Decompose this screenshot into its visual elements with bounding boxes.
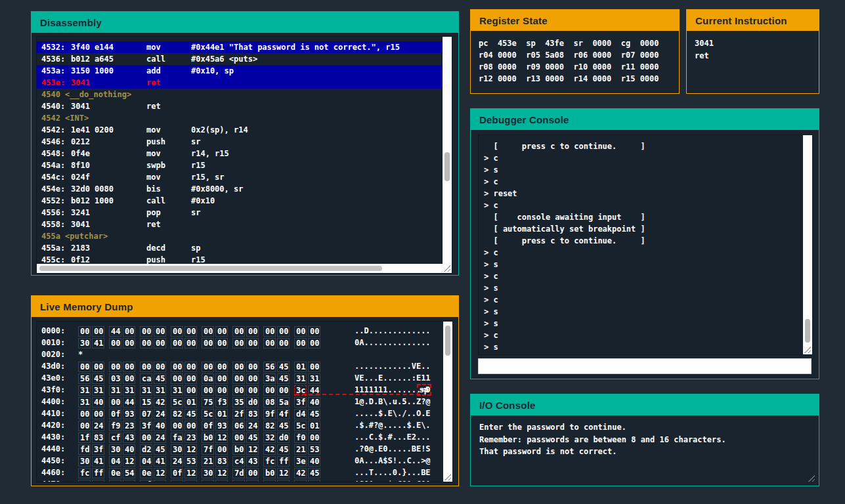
disassembly-horizontal-scrollbar[interactable] — [37, 264, 443, 273]
memory-byte: 01 — [308, 421, 320, 431]
memory-byte: 45 — [246, 432, 259, 443]
memory-vertical-scrollbar[interactable] — [443, 322, 452, 482]
memory-address: 4460: — [41, 467, 78, 478]
memory-byte: fc — [263, 456, 276, 467]
memory-byte: d2 — [140, 444, 152, 455]
resize-grip-icon[interactable] — [443, 472, 452, 482]
resize-grip-icon[interactable] — [807, 474, 816, 483]
memory-byte: 3e — [294, 456, 307, 467]
disassembly-mnem: add — [146, 65, 191, 77]
disassembly-addr: 4552: — [41, 195, 71, 207]
memory-byte: 01 — [294, 362, 307, 372]
disassembly-bytes: 3f40 e144 — [71, 41, 146, 53]
memory-byte: 00 — [232, 326, 245, 337]
memory-byte: 82 — [171, 409, 183, 419]
disassembly-row[interactable]: 4540:3041ret — [37, 100, 443, 112]
memory-ascii: !S0A...$.C0A.C0A — [355, 480, 431, 482]
scrollbar-thumb[interactable] — [805, 319, 810, 343]
memory-byte: 01 — [215, 409, 228, 419]
memory-byte: 00 — [171, 421, 183, 431]
disassembly-mnem: ret — [146, 219, 191, 230]
memory-byte: 31 — [78, 385, 91, 396]
memory-byte: 42 — [263, 444, 276, 455]
disassembly-row[interactable]: 454c:024fmovr15, sr — [37, 171, 443, 183]
disassembly-bytes: 3041 — [71, 100, 146, 112]
memory-byte: 00 — [215, 373, 228, 384]
debugger-vertical-scrollbar[interactable] — [803, 135, 812, 354]
disassembly-bytes: 1e41 0200 — [71, 124, 146, 136]
debugger-console-input[interactable] — [478, 358, 812, 374]
memory-byte: 40 — [92, 397, 104, 408]
io-console-text: Enter the password to continue. Remember… — [471, 415, 819, 458]
memory-byte: 00 — [246, 468, 259, 478]
memory-byte: 31 — [92, 385, 104, 396]
disassembly-row[interactable]: 4542:1e41 0200mov0x2(sp), r14 — [37, 124, 443, 136]
memory-byte: 00 — [140, 326, 152, 337]
disassembly-row[interactable]: 454e:32d0 0080bis#0x8000, sr — [37, 183, 443, 195]
memory-byte: d4 — [294, 409, 307, 419]
memory-byte: 00 — [123, 338, 135, 348]
memory-byte: f3 — [215, 397, 228, 408]
disassembly-addr: 4558: — [41, 219, 71, 230]
memory-byte: 00 — [171, 338, 183, 348]
memory-byte: 00 — [109, 362, 121, 372]
memory-row: 4410:00000f93072482455c012f839f4fd445...… — [37, 408, 443, 419]
memory-byte: 41 — [154, 456, 166, 467]
disassembly-row[interactable]: 455a:2183decdsp — [37, 242, 443, 254]
memory-byte: 5c — [294, 421, 307, 431]
scrollbar-thumb[interactable] — [39, 266, 382, 271]
memory-byte: 32 — [263, 432, 276, 443]
memory-byte: 1f — [140, 480, 152, 482]
memory-byte: 30 — [78, 456, 91, 467]
disassembly-label: 4540 <__do_nothing> — [37, 89, 443, 100]
disassembly-row[interactable]: 4536:b012 a645call#0x45a6 <puts> — [37, 53, 443, 65]
resize-grip-icon[interactable] — [443, 264, 452, 273]
memory-byte: 43 — [215, 480, 228, 482]
scrollbar-thumb[interactable] — [445, 326, 450, 356]
memory-byte: 00 — [171, 362, 183, 372]
memory-byte: 43 — [123, 432, 135, 443]
memory-repeat-marker: * — [78, 350, 83, 359]
disassembly-rows: 4532:3f40 e144mov#0x44e1 "That password … — [37, 37, 443, 264]
memory-byte: 43 — [246, 456, 259, 467]
disassembly-row[interactable]: 454a:8f10swpbr15 — [37, 159, 443, 171]
disassembly-row[interactable]: 4548:0f4emovr14, r15 — [37, 148, 443, 159]
memory-byte: 00 — [184, 326, 197, 337]
memory-byte: 31 — [154, 385, 166, 396]
memory-row: 0020:* — [37, 348, 443, 360]
disassembly-ops: sr — [191, 208, 200, 217]
memory-ascii: 0A.............. — [355, 338, 431, 347]
memory-byte: 00 — [277, 338, 290, 348]
memory-byte: 0e — [202, 480, 214, 482]
memory-byte: 41 — [92, 456, 104, 467]
disassembly-row[interactable]: 453a:3150 1000add#0x10, sp — [37, 65, 443, 77]
disassembly-addr: 4548: — [41, 148, 71, 159]
memory-byte: f9 — [109, 421, 121, 431]
memory-byte: 00 — [171, 373, 183, 384]
disassembly-ops: #0x8000, sr — [191, 184, 243, 194]
memory-address: 4430: — [41, 431, 78, 443]
memory-row: 43d0:00000000000000000000000056450100...… — [37, 360, 443, 372]
memory-byte: 53 — [184, 456, 197, 467]
disassembly-row[interactable]: 453e:3041ret — [37, 77, 443, 89]
disassembly-row[interactable]: 4532:3f40 e144mov#0x44e1 "That password … — [37, 41, 443, 53]
memory-byte: 00 — [277, 326, 290, 337]
disassembly-mnem: mov — [146, 41, 191, 53]
memory-byte: 00 — [232, 338, 245, 348]
disassembly-row[interactable]: 4552:b012 1000call#0x10 — [37, 195, 443, 207]
disassembly-addr: 455a: — [41, 242, 71, 254]
disassembly-row[interactable]: 4546:0212pushsr — [37, 136, 443, 148]
disassembly-row[interactable]: 4558:3041ret — [37, 219, 443, 230]
memory-byte: 31 — [109, 385, 121, 396]
memory-byte: d0 — [246, 397, 259, 408]
scrollbar-thumb[interactable] — [444, 152, 450, 181]
disassembly-vertical-scrollbar[interactable] — [443, 37, 452, 264]
memory-byte: 45 — [277, 362, 290, 372]
disassembly-row[interactable]: 4556:3241popsr — [37, 207, 443, 219]
memory-byte: 12 — [215, 468, 228, 478]
disassembly-row[interactable]: 455c:0f12pushr15 — [37, 254, 443, 264]
memory-byte: 08 — [263, 397, 276, 408]
resize-grip-icon[interactable] — [803, 345, 812, 354]
disassembly-bytes: 3241 — [71, 207, 146, 219]
disassembly-ops: r14, r15 — [191, 149, 229, 158]
